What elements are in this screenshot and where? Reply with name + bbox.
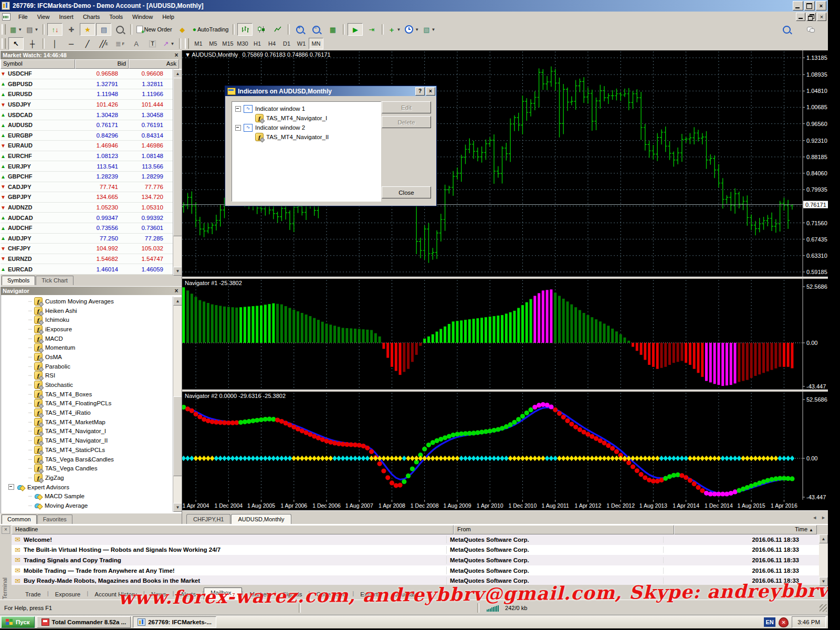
market-watch-scrollbar[interactable]: ▲ ▼ — [173, 69, 182, 276]
chart-tab-chfjpy-h1[interactable]: CHFJPY,H1 — [186, 514, 230, 524]
chat-button[interactable] — [803, 23, 818, 36]
language-indicator[interactable]: EN — [764, 617, 775, 627]
tab-symbols[interactable]: Symbols — [2, 276, 35, 285]
new-order-button[interactable]: +New Order — [135, 23, 173, 36]
navigator-item-stochastic[interactable]: ┈fStochastic — [1, 380, 182, 390]
resize-grip[interactable] — [820, 604, 827, 612]
navigator-item-tas-mt4-boxes[interactable]: ┈fTAS_MT4_Boxes — [1, 390, 182, 399]
channel-button[interactable]: ╱╱E — [96, 37, 111, 50]
dialog-titlebar[interactable]: Indicators on AUDUSD,Monthly ? × — [225, 86, 436, 96]
child-minimize-button[interactable] — [796, 13, 805, 21]
autotrading-button[interactable]: ●AutoTrading — [191, 23, 230, 36]
navigator-item-tas-mt4-navigator-ii[interactable]: ┈fTAS_MT4_Navigator_II — [1, 436, 182, 445]
terminal-row[interactable]: ✉Trading Signals and Copy TradingMetaQuo… — [12, 555, 819, 565]
terminal-tab-account-history[interactable]: Account History — [88, 590, 143, 600]
collapse-box-icon[interactable] — [235, 106, 241, 112]
vertical-line-button[interactable]: │ — [47, 37, 62, 50]
new-chart-button[interactable]: ▦▼ — [8, 23, 24, 36]
chart-bars-button[interactable] — [237, 23, 253, 36]
tab-tick-chart[interactable]: Tick Chart — [36, 276, 74, 285]
navigator-item-tas-mt4-marketmap[interactable]: ┈fTAS_MT4_MarketMap — [1, 417, 182, 427]
navigator-item-moving-average[interactable]: ┈Moving Average — [1, 501, 182, 510]
navigator-item-tas-vega-bars-candles[interactable]: ┈fTAS_Vega Bars&Candles — [1, 455, 182, 464]
column-symbol[interactable]: Symbol — [1, 59, 75, 69]
timeframe-h4[interactable]: H4 — [265, 38, 279, 49]
terminal-row[interactable]: ✉The Built-in Virtual Hosting — Robots a… — [12, 545, 819, 555]
dialog-close-button[interactable]: × — [426, 87, 435, 96]
terminal-tab-news[interactable]: News — [145, 590, 173, 600]
collapse-arrow-icon[interactable]: ▼ — [185, 51, 192, 58]
menu-window[interactable]: Window — [128, 12, 158, 22]
navigator-item-iexposure[interactable]: ┈fiExposure — [1, 324, 182, 334]
tab-favorites[interactable]: Favorites — [37, 514, 72, 524]
scroll-down-icon[interactable]: ▼ — [173, 267, 182, 276]
market-watch-row[interactable]: ▲GBPUSD1.327911.32811 — [1, 79, 182, 90]
market-watch-row[interactable]: ▲EURCHF1.081231.08148 — [1, 151, 182, 162]
dialog-indicator-list[interactable]: ∿ Indicator window 1 f TAS_MT4_Navigator… — [232, 101, 381, 202]
scroll-up-icon[interactable]: ▲ — [173, 297, 182, 306]
security-shield-icon[interactable]: ✕ — [779, 617, 789, 627]
market-watch-row[interactable]: ▼USDJPY101.426101.444 — [1, 100, 182, 110]
timeframe-m1[interactable]: M1 — [191, 38, 206, 49]
zoom-in-button[interactable]: + — [292, 23, 308, 36]
edit-button[interactable]: Edit — [382, 101, 431, 113]
market-watch-row[interactable]: ▲EURJPY113.541113.566 — [1, 161, 182, 172]
terminal-scrollbar[interactable]: ▲ ▼ — [819, 534, 827, 586]
text-label-button[interactable]: T — [145, 37, 160, 50]
navigator-item-macd-sample[interactable]: ┈MACD Sample — [1, 491, 182, 501]
tab-common[interactable]: Common — [2, 514, 37, 524]
column-bid[interactable]: Bid — [75, 59, 129, 69]
search-button[interactable] — [779, 23, 794, 36]
menu-charts[interactable]: Charts — [78, 12, 104, 22]
toolbar-grip[interactable] — [185, 38, 189, 49]
market-watch-row[interactable]: ▼EURNZD1.546821.54747 — [1, 254, 182, 265]
navigator-item-osma[interactable]: ┈fOsMA — [1, 352, 182, 362]
toolbar-grip[interactable] — [2, 38, 6, 49]
scroll-down-icon[interactable]: ▼ — [819, 577, 828, 586]
column-from[interactable]: From — [454, 525, 674, 534]
terminal-row[interactable]: ✉Buy Ready-Made Robots, Magazines and Bo… — [12, 575, 819, 585]
tree-item-navigator1[interactable]: f TAS_MT4_Navigator_I — [235, 113, 381, 123]
terminal-tab-signals[interactable]: Signals — [276, 590, 309, 600]
terminal-tab-mailbox[interactable]: Mailbox7 — [204, 587, 242, 600]
zoom-out-button[interactable]: − — [309, 23, 324, 36]
terminal-tab-code-base[interactable]: Code Base — [310, 590, 352, 600]
navigator-item-tas-vega-candles[interactable]: ┈fTAS_Vega Candles — [1, 464, 182, 473]
market-watch-row[interactable]: ▼AUDNZD1.052301.05310 — [1, 203, 182, 213]
minimize-button[interactable] — [793, 1, 803, 10]
market-watch-row[interactable]: ▼CHFJPY104.992105.032 — [1, 244, 182, 254]
terminal-tab-trade[interactable]: Trade — [19, 590, 47, 600]
navigator-toggle[interactable]: ★ — [80, 23, 95, 36]
toolbar-grip[interactable] — [2, 24, 6, 35]
navigator-item-heiken-ashi[interactable]: ┈fHeiken Ashi — [1, 306, 182, 316]
delete-button[interactable]: Delete — [382, 116, 431, 128]
autoscroll-toggle[interactable]: ▶ — [348, 23, 363, 36]
navigator-scrollbar[interactable]: ▲ ▼ — [173, 297, 182, 512]
timeframe-d1[interactable]: D1 — [279, 38, 294, 49]
tree-item-navigator2[interactable]: f TAS_MT4_Navigator_II — [235, 132, 381, 142]
scroll-up-icon[interactable]: ▲ — [173, 69, 182, 78]
child-restore-button[interactable] — [806, 13, 816, 21]
navigator-item-tas-mt4-staticpcls[interactable]: ┈fTAS_MT4_StaticPCLs — [1, 445, 182, 455]
indicator1-svg[interactable]: 52.56860.00-43.447 — [182, 279, 828, 390]
navigator-item-ichimoku[interactable]: ┈fIchimoku — [1, 315, 182, 324]
data-window-toggle[interactable]: ✚ — [64, 23, 79, 36]
terminal-tab-market[interactable]: Market — [244, 590, 275, 600]
market-watch-row[interactable]: ▲AUDCAD0.993470.99392 — [1, 213, 182, 223]
start-button[interactable]: Пуск — [1, 616, 35, 628]
close-button[interactable]: × — [816, 1, 826, 10]
menu-insert[interactable]: Insert — [54, 12, 78, 22]
navigator-item-momentum[interactable]: ┈fMomentum — [1, 343, 182, 352]
navigator-item-macd[interactable]: ┈fMACD — [1, 334, 182, 343]
terminal-toggle[interactable]: ▤ — [96, 23, 111, 36]
close-dialog-button[interactable]: Close — [382, 186, 431, 198]
collapse-box-icon[interactable] — [8, 484, 14, 490]
collapse-box-icon[interactable] — [235, 125, 241, 131]
maximize-button[interactable] — [804, 1, 815, 10]
navigator-item-tas-mt4-navigator-i[interactable]: ┈fTAS_MT4_Navigator_I — [1, 427, 182, 436]
market-watch-toggle[interactable]: ↑↓ — [47, 23, 62, 36]
navigator-item-rsi[interactable]: ┈fRSI — [1, 371, 182, 381]
market-watch-row[interactable]: ▼GBPJPY134.665134.720 — [1, 192, 182, 203]
terminal-tab-journal[interactable]: Journal — [388, 590, 421, 600]
indicator2-svg[interactable]: 52.56860.00-43.447 — [182, 392, 828, 500]
